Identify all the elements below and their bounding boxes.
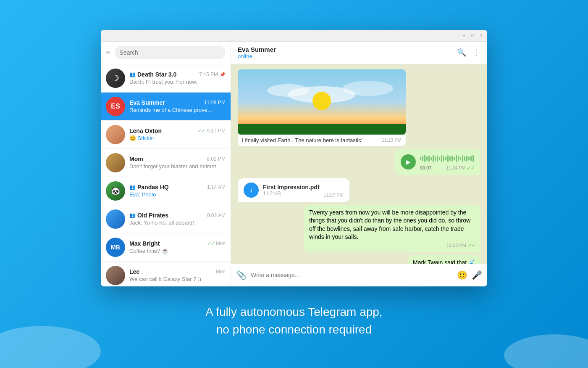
chat-header: Eva Summer online 🔍 ⋮ xyxy=(231,42,487,64)
double-check-icon: ✓✓ xyxy=(468,242,475,249)
svg-point-3 xyxy=(343,81,393,96)
chat-info: Lena Oxton ✓✓ 9:17 PM 😊 Sticker xyxy=(129,127,226,141)
image-caption: I finally visited Earth.. The nature her… xyxy=(238,135,406,146)
pin-icon: 📌 xyxy=(220,72,226,77)
message-text: Twenty years from now you will be more d… xyxy=(309,209,470,241)
avatar: ☽ xyxy=(106,69,125,88)
message-row: Twenty years from now you will be more d… xyxy=(238,205,480,252)
messages-container: I finally visited Earth.. The nature her… xyxy=(231,64,487,264)
svg-rect-31 xyxy=(472,155,474,162)
list-item[interactable]: ES Eva Summer 11:28 PM Reminds me of a C… xyxy=(101,93,231,121)
chat-time: 8:02 PM xyxy=(207,156,226,162)
chat-name: Lee xyxy=(129,268,139,275)
svg-rect-5 xyxy=(238,124,406,135)
search-icon[interactable]: 🔍 xyxy=(457,48,466,57)
emoji-icon[interactable]: 🙂 xyxy=(457,270,467,280)
svg-rect-17 xyxy=(443,156,444,161)
app-body: ≡ ☽ 👥 Death Star 3.0 xyxy=(101,42,487,286)
message-input[interactable] xyxy=(251,272,453,278)
file-name: First Impression.pdf xyxy=(263,184,320,191)
svg-rect-19 xyxy=(447,155,449,162)
file-time: 11:27 PM xyxy=(324,193,344,198)
close-button[interactable]: × xyxy=(478,32,484,38)
chat-preview: Jack: Yo-ho-ho, all aboard! xyxy=(129,220,226,226)
file-size: 11.2 KB xyxy=(263,191,320,196)
list-item[interactable]: MB Max Bright ✓✓ Mon Coffee time? ☕ xyxy=(101,233,231,262)
svg-rect-15 xyxy=(439,157,440,160)
cloud-decoration-right xyxy=(504,334,588,368)
more-icon[interactable]: ⋮ xyxy=(473,48,480,57)
svg-rect-9 xyxy=(426,156,428,161)
chat-info: Lee Mon We can call it Galaxy Star 7 ;) xyxy=(129,268,226,282)
chat-time: 9:17 PM xyxy=(207,128,226,134)
chat-preview: We can call it Galaxy Star 7 ;) xyxy=(129,276,226,282)
chat-info: Eva Summer 11:28 PM Reminds me of a Chin… xyxy=(129,99,226,113)
search-input[interactable] xyxy=(120,49,220,56)
tagline-line2: no phone connection required xyxy=(216,323,372,336)
cloud-decoration-left xyxy=(0,326,101,368)
chat-info: Mom 8:02 PM Don't forget your blaster an… xyxy=(129,156,226,169)
download-button[interactable]: ↓ xyxy=(244,183,259,198)
svg-point-4 xyxy=(312,92,331,110)
chat-info: 👥 Old Pirates 0:02 AM Jack: Yo-ho-ho, al… xyxy=(129,212,226,226)
svg-rect-10 xyxy=(428,156,430,161)
list-item[interactable]: Mom 8:02 PM Don't forget your blaster an… xyxy=(101,149,231,177)
chat-input-area: 📎 🙂 🎤 xyxy=(231,264,487,286)
list-item[interactable]: Lena Oxton ✓✓ 9:17 PM 😊 Sticker xyxy=(101,121,231,149)
maximize-button[interactable]: □ xyxy=(470,32,475,38)
group-icon: 👥 xyxy=(129,71,136,77)
svg-rect-25 xyxy=(460,157,461,160)
message-time: 11:28 PM xyxy=(446,242,466,249)
chat-name: 👥 Old Pirates xyxy=(129,212,168,219)
list-item[interactable]: 👥 Old Pirates 0:02 AM Jack: Yo-ho-ho, al… xyxy=(101,205,231,233)
attach-icon[interactable]: 📎 xyxy=(236,270,247,280)
list-item[interactable]: Lee Mon We can call it Galaxy Star 7 ;) xyxy=(101,262,231,286)
chat-name: 👥 Pandas HQ xyxy=(129,184,169,191)
mic-icon[interactable]: 🎤 xyxy=(472,270,482,280)
app-window: − □ × ≡ ☽ xyxy=(101,30,487,286)
svg-rect-12 xyxy=(433,155,434,162)
file-info: First Impression.pdf 11.2 KB xyxy=(263,184,320,196)
avatar: ES xyxy=(106,97,125,116)
chat-info: 👥 Death Star 3.0 7:15 PM 📌 Darth: I'll t… xyxy=(129,71,226,85)
double-check-icon: ✓✓ xyxy=(198,128,205,134)
svg-rect-21 xyxy=(452,156,453,161)
chat-time: Mon xyxy=(216,269,226,275)
list-item[interactable]: 🐼 👥 Pandas HQ 1:14 AM Eva: Photo xyxy=(101,177,231,205)
svg-point-2 xyxy=(267,84,309,97)
menu-icon[interactable]: ≡ xyxy=(106,48,110,57)
waveform: 00:07 11:24 PM ✓✓ xyxy=(420,154,475,171)
chat-time: 7:15 PM xyxy=(199,71,218,77)
avatar xyxy=(106,209,125,229)
text-message-bubble: Mark Twain said that 🌊 11:28 PM ✓✓ xyxy=(408,255,480,263)
chat-image xyxy=(238,69,406,135)
chat-name: Eva Summer xyxy=(129,99,165,106)
message-row: ↓ First Impression.pdf 11.2 KB 11:27 PM xyxy=(238,178,480,202)
svg-rect-18 xyxy=(445,157,446,160)
sidebar: ≡ ☽ 👥 Death Star 3.0 xyxy=(101,42,231,286)
message-row: Mark Twain said that 🌊 11:28 PM ✓✓ xyxy=(238,255,480,263)
search-box[interactable] xyxy=(115,46,226,59)
avatar: MB xyxy=(106,238,125,257)
svg-rect-29 xyxy=(468,157,470,160)
play-button[interactable]: ▶ xyxy=(401,154,416,169)
chat-preview: Reminds me of a Chinese prove... xyxy=(129,107,226,113)
avatar: 🐼 xyxy=(106,181,125,201)
svg-rect-8 xyxy=(424,155,425,162)
chat-info: 👥 Pandas HQ 1:14 AM Eva: Photo xyxy=(129,184,226,198)
svg-rect-27 xyxy=(464,156,465,161)
svg-rect-26 xyxy=(462,155,463,162)
message-row: ▶ xyxy=(238,149,480,175)
message-image-bubble: I finally visited Earth.. The nature her… xyxy=(238,69,406,146)
chat-header-info: Eva Summer online xyxy=(238,46,457,59)
voice-duration: 00:07 xyxy=(420,165,432,170)
chat-list: ☽ 👥 Death Star 3.0 7:15 PM 📌 xyxy=(101,64,231,286)
voice-time: 11:24 PM xyxy=(446,165,466,170)
chat-name: Lena Oxton xyxy=(129,127,162,134)
minimize-button[interactable]: − xyxy=(461,32,467,38)
chat-preview: Darth: I'll trust you. For now. xyxy=(129,79,226,85)
chat-name: Max Bright xyxy=(129,240,160,247)
avatar xyxy=(106,125,125,144)
chat-time: 11:28 PM xyxy=(204,100,226,106)
list-item[interactable]: ☽ 👥 Death Star 3.0 7:15 PM 📌 xyxy=(101,64,231,93)
